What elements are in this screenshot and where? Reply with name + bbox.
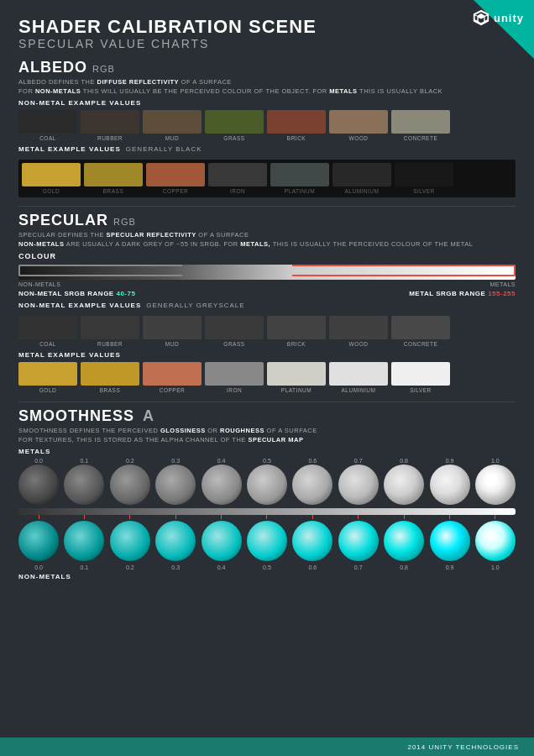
nonmetal-ball [430,521,470,561]
metal-ball [292,465,332,505]
smoothness-nonmetals-label: NON-METALS [18,573,516,580]
smoothness-gradient-bar [18,508,516,515]
tick-line [312,515,313,519]
unity-logo-icon [472,8,490,27]
specular-nonmetal-sublabel: GENERALLY GREYSCALE [146,302,244,309]
smoothness-title: SMOOTHNESS [18,407,134,425]
albedo-metal-swatch: SILVER [395,163,453,194]
nonmetal-ball [202,521,242,561]
albedo-metal-label: METAL EXAMPLE VALUES [18,145,121,153]
specular-nonmetal-swatch: CONCRETE [391,316,450,347]
metal-ball-label: 0.6 [292,458,332,464]
nonmetal-ball-label: 0.9 [430,564,470,570]
nonmetals-balls-row [18,521,516,561]
specular-metal-swatch: BRASS [81,362,139,393]
unity-logo: unity [472,8,524,27]
albedo-metal-swatches: GOLDBRASSCOPPERIRONPLATINUMALUMINIUMSILV… [18,160,516,197]
albedo-header: ALBEDO RGB [18,59,516,76]
divider-1 [18,206,516,207]
tick-container [202,515,242,519]
smoothness-metals-label: METALS [18,448,516,455]
smoothness-bar-section [18,508,516,519]
nonmetal-ball [338,521,379,561]
divider-2 [18,402,516,402]
nonmetal-ball [247,521,287,561]
metal-ball-label: 0.1 [64,458,104,464]
metal-ball-label: 0.4 [202,458,242,464]
nonmetal-ball-label: 0.1 [64,564,104,570]
specular-title: SPECULAR [18,212,108,229]
metal-ball [430,465,470,505]
metal-ball [384,465,424,505]
specular-metal-label: METAL EXAMPLE VALUES [18,351,516,359]
nonmetal-ball-label: 0.2 [110,564,150,570]
albedo-nonmetal-swatch: RUBBER [81,110,139,141]
nonmetal-ball-label: 0.6 [292,564,332,570]
albedo-nonmetal-swatch: WOOD [329,110,388,141]
specular-nonmetal-label: NON-METAL EXAMPLE VALUES [18,302,141,309]
metal-ball [202,465,242,505]
tick-line [358,515,359,519]
specular-desc: SPECULAR DEFINES THE SPECULAR REFLECTIVI… [18,231,516,249]
albedo-metal-swatch: COPPER [146,163,205,194]
specular-section: SPECULAR RGB SPECULAR DEFINES THE SPECUL… [18,212,516,393]
tick-container [338,515,379,519]
specular-header: SPECULAR RGB [18,212,516,229]
nonmetal-ball-label: 0.8 [384,564,424,570]
tick-container [64,515,104,519]
specular-colour-label: COLOUR [18,252,516,260]
metal-ball [64,465,104,505]
metal-bracket [292,265,516,276]
smoothness-desc: SMOOTHNESS DEFINES THE PERCEIVED GLOSSIN… [18,427,516,444]
metal-ball-label: 0.3 [155,458,196,464]
nonmetal-bar-label: NON-METALS [18,281,60,287]
tick-line [39,515,39,519]
tick-line [175,515,176,519]
albedo-nonmetal-swatch: GRASS [205,110,264,141]
tick-container [155,515,196,519]
page-title-main: SHADER CALIBRATION SCENE [18,17,516,37]
albedo-title: ALBEDO [18,59,87,76]
specular-metal-swatch: ALUMINIUM [329,362,388,393]
nonmetal-ball [64,521,104,561]
nonmetal-ball-label: 0.4 [202,564,242,570]
page-title: SHADER CALIBRATION SCENE SPECULAR VALUE … [18,17,516,50]
albedo-metal-swatch: IRON [208,163,267,194]
albedo-metal-swatch: BRASS [84,163,143,194]
tick-line [495,515,495,519]
specular-metal-swatch: SILVER [391,362,450,393]
metal-ball [155,465,196,505]
nonmetal-ball-label: 0.7 [338,564,379,570]
albedo-nonmetal-label: NON-METAL EXAMPLE VALUES [18,99,516,107]
metals-balls-row [18,465,516,505]
tick-container [384,515,424,519]
tick-line [221,515,222,519]
page-subtitle: SPECULAR VALUE CHARTS [18,37,516,50]
metal-ball-label: 0.9 [430,458,470,464]
footer-text: 2014 UNITY TECHNOLOGIES [407,743,519,751]
albedo-metal-sublabel: GENERALLY BLACK [126,145,202,153]
specular-nonmetal-swatch: BRICK [267,316,326,347]
tick-container [110,515,150,519]
specular-metal-swatch: PLATINUM [267,362,326,393]
tick-container [430,515,470,519]
smoothness-subtitle: A [143,407,154,425]
tick-container [18,515,59,519]
metal-ball [475,465,516,505]
nonmetals-balls-labels: 0.00.10.20.30.40.50.60.70.80.91.0 [18,564,516,570]
specular-range-row: NON-METAL sRGB RANGE 40-75 METAL sRGB RA… [18,290,516,297]
tick-line [266,515,267,519]
specular-subtitle: RGB [113,217,136,227]
nonmetal-ball-label: 0.3 [155,564,196,570]
footer: 2014 UNITY TECHNOLOGIES [0,738,534,756]
nonmetal-ball [292,521,332,561]
metal-ball-label: 1.0 [475,458,516,464]
nonmetal-ball-label: 0.5 [247,564,287,570]
albedo-section: ALBEDO RGB ALBEDO DEFINES THE DIFFUSE RE… [18,59,516,197]
albedo-nonmetal-swatch: COAL [18,110,77,141]
specular-nonmetal-swatch: GRASS [205,316,264,347]
specular-colour-bar-container: NON-METALS METALS [18,265,516,288]
smoothness-section: SMOOTHNESS A SMOOTHNESS DEFINES THE PERC… [18,407,516,580]
albedo-nonmetal-swatch: MUD [143,110,202,141]
albedo-subtitle: RGB [92,64,115,74]
